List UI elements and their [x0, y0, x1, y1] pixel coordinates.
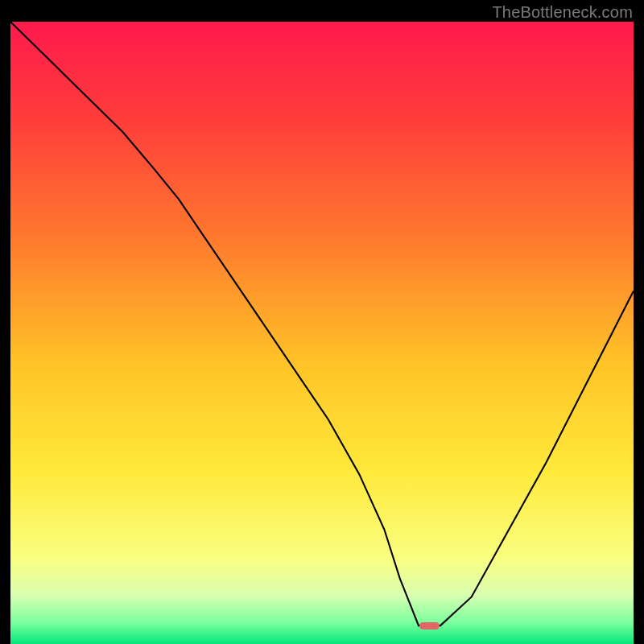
optimal-marker	[419, 622, 440, 630]
plot-area	[10, 22, 634, 634]
watermark-text: TheBottleneck.com	[492, 3, 633, 22]
chart-frame: TheBottleneck.com	[0, 0, 644, 644]
bottleneck-curve	[10, 22, 634, 634]
